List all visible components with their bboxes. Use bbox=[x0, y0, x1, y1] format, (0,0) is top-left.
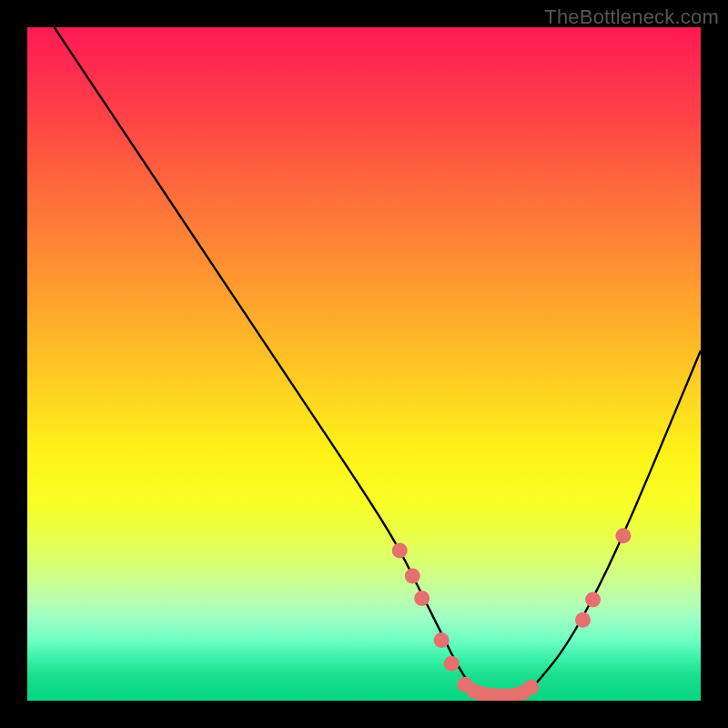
bottleneck-curve bbox=[55, 27, 701, 697]
marker-dot bbox=[414, 591, 430, 606]
marker-dot bbox=[585, 592, 601, 608]
marker-dot bbox=[434, 632, 450, 648]
curve-markers bbox=[392, 528, 632, 701]
watermark-text: TheBottleneck.com bbox=[544, 5, 719, 29]
curve-layer bbox=[27, 27, 701, 701]
chart-frame: TheBottleneck.com bbox=[0, 0, 728, 728]
marker-dot bbox=[615, 528, 631, 543]
marker-dot bbox=[392, 542, 408, 558]
marker-dot bbox=[523, 680, 539, 695]
marker-dot bbox=[575, 612, 591, 628]
marker-dot bbox=[444, 656, 460, 672]
marker-dot bbox=[405, 569, 420, 584]
plot-area bbox=[27, 27, 701, 701]
